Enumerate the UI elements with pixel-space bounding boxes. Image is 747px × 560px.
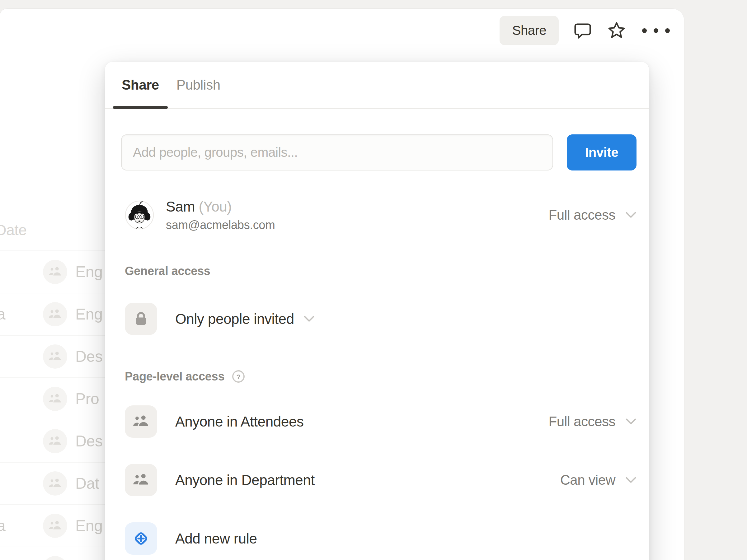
row-left-text: a [0, 517, 16, 535]
people-icon [43, 471, 67, 496]
row-left-text: a [0, 305, 16, 323]
share-button[interactable]: Share [499, 16, 559, 45]
rule-row-department: Anyone in Department Can view [125, 464, 637, 496]
tab-share-label: Share [122, 77, 159, 93]
invite-row: Invite [121, 134, 637, 170]
row-label: Des [75, 432, 102, 450]
people-icon [125, 405, 157, 438]
people-icon [43, 344, 67, 369]
dialog-tabs: Share Publish [105, 61, 649, 109]
lock-icon [125, 303, 157, 335]
member-identity: Sam (You) sam@acmelabs.com [166, 198, 275, 232]
top-toolbar: Share [499, 16, 670, 46]
row-label: Eng [75, 263, 102, 281]
svg-text:?: ? [236, 373, 240, 381]
people-icon [43, 387, 67, 411]
people-icon [125, 464, 157, 496]
add-rule-icon [125, 522, 157, 555]
add-rule-label: Add new rule [175, 530, 257, 547]
member-you-suffix: (You) [199, 198, 232, 215]
rule-access-dropdown[interactable]: Can view [560, 472, 637, 488]
chevron-down-icon [625, 212, 637, 218]
page-canvas: Date Eng a Eng Des Pro [0, 9, 684, 560]
general-access-value: Only people invited [175, 311, 294, 327]
rule-access-value: Can view [560, 472, 615, 488]
chevron-down-icon [304, 316, 315, 322]
people-icon [43, 260, 67, 284]
row-label: Eng [75, 517, 102, 535]
rule-label: Anyone in Attendees [175, 413, 304, 430]
page-level-access-heading: Page-level access ? [125, 369, 637, 383]
rule-label: Anyone in Department [175, 472, 315, 488]
tab-publish[interactable]: Publish [168, 61, 229, 108]
row-label: Dat [75, 475, 99, 492]
people-icon [43, 429, 67, 453]
general-access-heading: General access [125, 264, 637, 278]
star-icon[interactable] [607, 21, 626, 41]
share-dialog: Share Publish Invite [105, 61, 649, 560]
rule-row-attendees: Anyone in Attendees Full access [125, 405, 637, 438]
dialog-content: Invite [105, 134, 649, 555]
tab-share[interactable]: Share [113, 61, 168, 108]
row-label: Pro [75, 390, 99, 408]
member-email: sam@acmelabs.com [166, 218, 275, 232]
general-access-row[interactable]: Only people invited [125, 303, 637, 335]
row-label: Des [75, 348, 102, 366]
rule-access-value: Full access [548, 414, 615, 429]
help-icon[interactable]: ? [231, 369, 246, 383]
add-people-input[interactable] [121, 134, 553, 170]
member-access-dropdown[interactable]: Full access [548, 207, 637, 223]
active-tab-underline [113, 106, 168, 109]
more-options-icon[interactable] [642, 26, 670, 35]
rule-access-dropdown[interactable]: Full access [548, 414, 637, 429]
avatar [125, 201, 154, 230]
add-new-rule-button[interactable]: Add new rule [125, 522, 637, 555]
chevron-down-icon [625, 477, 637, 483]
member-name: Sam [166, 198, 195, 215]
member-access-value: Full access [548, 207, 615, 223]
tab-publish-label: Publish [177, 77, 221, 93]
row-label: Eng [75, 305, 102, 323]
invite-button[interactable]: Invite [567, 134, 637, 170]
member-row: Sam (You) sam@acmelabs.com Full access [125, 198, 637, 232]
comment-icon[interactable] [574, 22, 592, 39]
people-icon [43, 514, 67, 538]
background-column-header: Date [0, 221, 26, 239]
people-icon [43, 556, 67, 560]
chevron-down-icon [625, 418, 637, 425]
people-icon [43, 302, 67, 326]
